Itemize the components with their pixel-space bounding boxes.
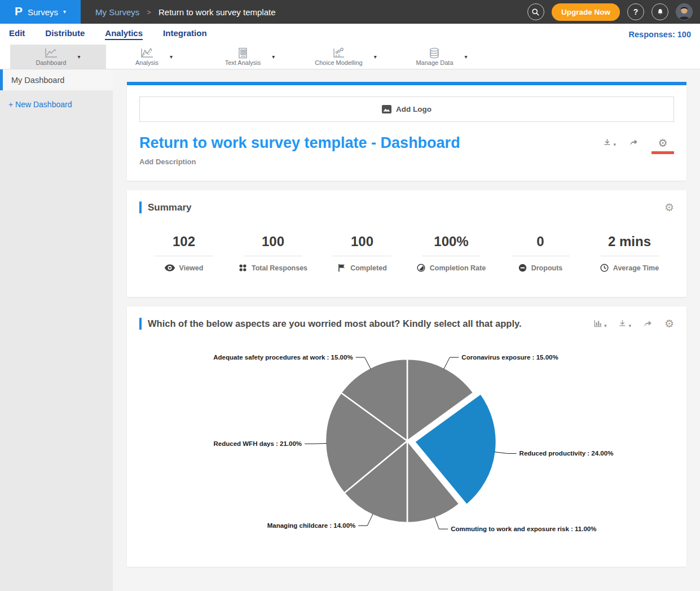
nav-integration[interactable]: Integration <box>163 28 207 40</box>
stat-average-time: 2 mins Average Time <box>585 234 674 274</box>
questionpro-logo-icon: P <box>15 5 23 18</box>
toolbar-text-analysis[interactable]: Text Analysis ▾ <box>202 45 298 69</box>
settings-highlight-bar <box>651 151 674 154</box>
flag-icon <box>337 264 346 272</box>
dashboard-title: Return to work survey template - Dashboa… <box>139 134 460 152</box>
toolbar-choice-modelling[interactable]: Choice Modelling ▾ <box>298 45 394 69</box>
share-forward-icon <box>642 319 653 329</box>
search-icon <box>531 8 540 16</box>
caret-down-icon[interactable]: ▾ <box>170 54 173 60</box>
nav-analytics[interactable]: Analytics <box>105 28 143 40</box>
toolbar-manage-data[interactable]: Manage Data ▾ <box>394 45 490 69</box>
avatar-photo <box>676 4 692 20</box>
line-chart-icon <box>43 47 58 59</box>
download-chart-button[interactable]: ▾ <box>618 319 631 329</box>
stat-total-responses: 100 Total Responses <box>228 234 318 274</box>
add-description-button[interactable]: Add Description <box>139 157 460 166</box>
caret-down-icon[interactable]: ▾ <box>374 54 377 60</box>
scatter-chart-icon <box>332 47 345 59</box>
product-name: Surveys <box>28 7 58 17</box>
share-dashboard-button[interactable] <box>628 138 639 147</box>
breadcrumb-separator: > <box>147 8 151 16</box>
breadcrumb: My Surveys > Return to work survey templ… <box>95 7 276 17</box>
stat-completion-rate: 100% Completion Rate <box>407 234 496 274</box>
pie-chart: Coronavirus exposure : 15.00%Reduced pro… <box>139 338 674 561</box>
pie-label-leader <box>356 357 371 369</box>
eye-icon <box>165 264 175 272</box>
pie-label-leader <box>305 443 327 444</box>
trend-chart-icon <box>139 47 154 59</box>
toolbar-analysis[interactable]: Analysis ▾ <box>106 45 202 69</box>
notifications-button[interactable] <box>651 3 668 20</box>
question-title: Which of the below aspects are you worri… <box>148 318 522 329</box>
summary-settings-button[interactable]: ⚙ <box>664 202 674 213</box>
pie-label: Reduced WFH days : 21.00% <box>214 440 302 447</box>
user-avatar[interactable] <box>676 3 693 20</box>
summary-card: Summary ⚙ 102 Viewed <box>127 190 686 297</box>
download-dashboard-button[interactable]: ▾ <box>602 138 616 147</box>
nav-distribute[interactable]: Distribute <box>45 28 85 40</box>
search-button[interactable] <box>527 3 544 20</box>
chart-type-button[interactable]: ▾ <box>593 319 607 329</box>
stat-viewed: 102 Viewed <box>139 234 228 274</box>
responses-count: Responses: 100 <box>629 30 691 39</box>
question-card: Which of the below aspects are you worri… <box>127 307 686 567</box>
survey-nav: Edit Distribute Analytics Integration Re… <box>0 24 700 45</box>
main-content: Add Logo Return to work survey template … <box>113 69 700 591</box>
download-icon <box>618 319 627 329</box>
pie-chart-svg: Coronavirus exposure : 15.00%Reduced pro… <box>139 338 676 559</box>
dashboard-header-card: Add Logo Return to work survey template … <box>127 85 686 181</box>
pie-label: Commuting to work and exposure risk : 11… <box>451 526 596 532</box>
caret-down-icon[interactable]: ▾ <box>77 54 80 60</box>
analytics-toolbar: Dashboard ▾ Analysis ▾ Text Analysis <box>0 45 700 69</box>
section-accent-tick <box>139 318 142 330</box>
bar-chart-icon <box>593 319 603 329</box>
share-forward-icon <box>628 138 639 147</box>
stat-dropouts: 0 Dropouts <box>496 234 585 274</box>
document-grid-icon <box>236 47 249 59</box>
toolbar-dashboard[interactable]: Dashboard ▾ <box>10 45 106 69</box>
share-chart-button[interactable] <box>642 319 653 329</box>
gear-icon: ⚙ <box>658 138 667 148</box>
download-icon <box>602 138 612 147</box>
dots-grid-icon <box>239 264 247 272</box>
upgrade-now-button[interactable]: Upgrade Now <box>552 3 620 21</box>
pie-label: Adequate safety procedures at work : 15.… <box>213 354 353 361</box>
section-accent-tick <box>139 202 142 213</box>
caret-down-icon[interactable]: ▾ <box>465 54 468 60</box>
bell-icon <box>656 8 664 16</box>
topbar-actions: Upgrade Now ? <box>527 3 700 21</box>
breadcrumb-my-surveys[interactable]: My Surveys <box>95 7 139 17</box>
pie-label-leader <box>358 514 373 526</box>
question-mark-icon: ? <box>633 7 639 16</box>
help-button[interactable]: ? <box>627 3 644 20</box>
topbar: P Surveys ▾ My Surveys > Return to work … <box>0 0 700 24</box>
pie-label: Coronavirus exposure : 15.00% <box>461 354 558 361</box>
clock-icon <box>600 264 609 272</box>
new-dashboard-button[interactable]: + New Dashboard <box>0 90 113 109</box>
breadcrumb-current: Return to work survey template <box>159 7 276 17</box>
caret-down-icon: ▾ <box>628 323 631 329</box>
caret-down-icon[interactable]: ▾ <box>272 54 275 60</box>
add-logo-button[interactable]: Add Logo <box>139 97 674 122</box>
chart-settings-button[interactable]: ⚙ <box>664 318 674 329</box>
pie-label: Managing childcare : 14.00% <box>267 522 356 529</box>
pie-label-leader <box>434 517 448 529</box>
pie-label-leader <box>444 357 459 369</box>
pie-label: Reduced productivity : 24.00% <box>520 450 614 457</box>
caret-down-icon: ▾ <box>63 9 66 15</box>
dashboard-sidebar: My Dashboard + New Dashboard <box>0 69 113 591</box>
pie-label-leader <box>495 452 517 454</box>
database-icon <box>428 47 441 59</box>
caret-down-icon: ▾ <box>613 142 616 147</box>
product-switcher[interactable]: P Surveys ▾ <box>0 0 81 24</box>
summary-title: Summary <box>148 202 191 213</box>
half-pie-icon <box>417 264 425 272</box>
dashboard-settings-button[interactable]: ⚙ <box>651 138 674 154</box>
image-icon <box>382 105 391 113</box>
sidebar-item-my-dashboard[interactable]: My Dashboard <box>0 69 113 90</box>
stat-completed: 100 Completed <box>318 234 407 274</box>
caret-down-icon: ▾ <box>604 323 607 329</box>
minus-circle-icon <box>518 264 527 272</box>
nav-edit[interactable]: Edit <box>9 28 25 40</box>
